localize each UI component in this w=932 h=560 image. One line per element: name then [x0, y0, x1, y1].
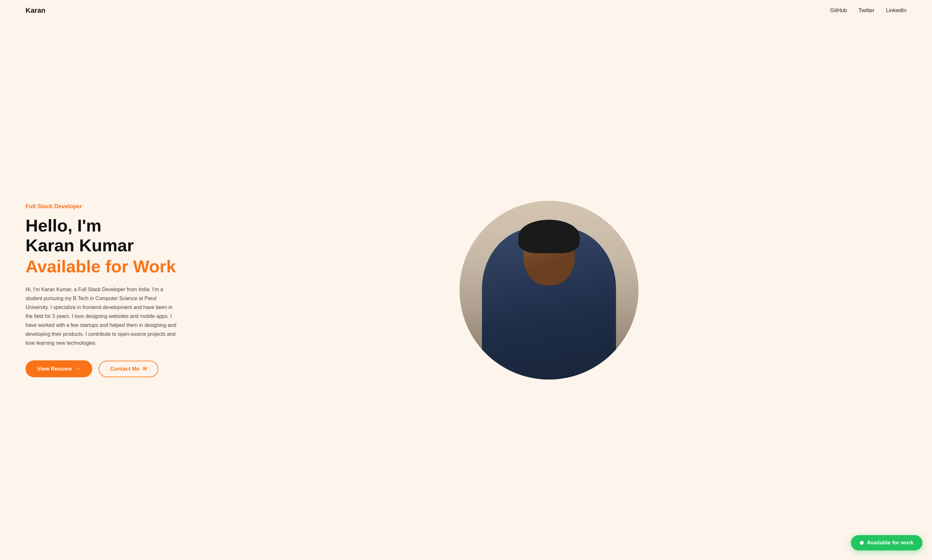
hero-buttons: View Resume Contact Me	[26, 360, 191, 377]
contact-me-button[interactable]: Contact Me	[99, 361, 158, 377]
resume-button-label: View Resume	[37, 366, 72, 372]
arrow-right-icon	[75, 365, 81, 372]
hero-section: Full Stack Developer Hello, I'm Karan Ku…	[0, 22, 932, 559]
hero-right	[191, 201, 906, 380]
nav-logo: Karan	[26, 6, 45, 15]
hero-available-heading: Available for Work	[26, 256, 191, 276]
hero-name: Karan Kumar	[26, 235, 191, 255]
hero-bio: Hi, I'm Karan Kumar, a Full Stack Develo…	[26, 285, 179, 348]
portrait-head	[523, 225, 574, 285]
available-dot-icon	[860, 541, 864, 545]
available-for-work-badge[interactable]: Available for work	[851, 535, 923, 551]
navbar: Karan GitHub Twitter LinkedIn	[0, 0, 932, 22]
nav-link-linkedin[interactable]: LinkedIn	[886, 7, 906, 14]
hero-left: Full Stack Developer Hello, I'm Karan Ku…	[26, 203, 191, 377]
nav-link-github[interactable]: GitHub	[830, 7, 847, 14]
hero-title: Hello, I'm Karan Kumar	[26, 215, 191, 255]
mail-icon	[143, 366, 147, 372]
view-resume-button[interactable]: View Resume	[26, 360, 92, 377]
nav-link-twitter[interactable]: Twitter	[859, 7, 875, 14]
portrait-circle	[460, 201, 638, 380]
hero-subtitle: Full Stack Developer	[26, 203, 191, 210]
available-badge-label: Available for work	[867, 540, 913, 546]
hero-greeting: Hello, I'm	[26, 215, 191, 235]
nav-links: GitHub Twitter LinkedIn	[830, 7, 906, 14]
portrait-hair	[518, 220, 580, 253]
contact-button-label: Contact Me	[110, 366, 139, 372]
portrait-body	[482, 228, 616, 380]
